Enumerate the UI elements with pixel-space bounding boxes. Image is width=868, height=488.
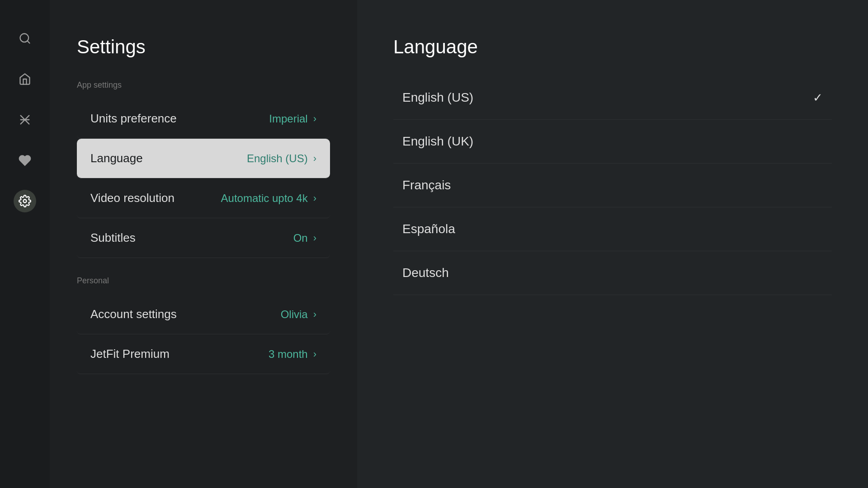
language-francais[interactable]: Français (393, 164, 832, 207)
language-chevron: › (313, 153, 316, 164)
language-label: Language (90, 151, 143, 165)
jetfit-premium-chevron: › (313, 348, 316, 360)
sidebar (0, 0, 50, 488)
language-item[interactable]: Language English (US) › (77, 139, 330, 178)
account-settings-right: Olivia › (281, 308, 316, 321)
subtitles-label: Subtitles (90, 231, 136, 245)
personal-label: Personal (77, 276, 330, 286)
account-settings-item[interactable]: Account settings Olivia › (77, 295, 330, 334)
language-english-us-label: English (US) (402, 90, 473, 105)
app-settings-label: App settings (77, 80, 330, 90)
language-list: English (US) ✓ English (UK) Français Esp… (393, 76, 832, 295)
home-icon[interactable] (14, 68, 36, 90)
language-english-uk-label: English (UK) (402, 134, 473, 149)
video-resolution-chevron: › (313, 192, 316, 204)
language-right: English (US) › (247, 152, 316, 165)
language-francais-label: Français (402, 178, 451, 192)
personal-section: Personal Account settings Olivia › JetFi… (77, 276, 330, 374)
language-english-us[interactable]: English (US) ✓ (393, 76, 832, 120)
account-settings-value: Olivia (281, 308, 308, 321)
language-espanola-label: Española (402, 222, 455, 236)
language-value: English (US) (247, 152, 308, 165)
language-panel: Language English (US) ✓ English (UK) Fra… (357, 0, 868, 488)
video-resolution-label: Video resolution (90, 191, 175, 205)
video-resolution-right: Automatic upto 4k › (221, 192, 316, 205)
language-deutsch[interactable]: Deutsch (393, 251, 832, 295)
subtitles-chevron: › (313, 232, 316, 244)
tools-icon[interactable] (14, 108, 36, 131)
search-icon[interactable] (14, 27, 36, 50)
jetfit-premium-label: JetFit Premium (90, 347, 170, 361)
svg-line-1 (27, 41, 29, 43)
settings-panel: Settings App settings Units preference I… (50, 0, 357, 488)
svg-point-5 (24, 200, 27, 203)
language-deutsch-label: Deutsch (402, 266, 449, 280)
account-settings-label: Account settings (90, 307, 177, 321)
heart-icon[interactable] (14, 149, 36, 172)
page-title: Settings (77, 36, 330, 58)
units-preference-chevron: › (313, 113, 316, 125)
settings-icon[interactable] (14, 190, 36, 212)
jetfit-premium-item[interactable]: JetFit Premium 3 month › (77, 334, 330, 374)
subtitles-right: On › (293, 232, 316, 244)
language-espanola[interactable]: Española (393, 207, 832, 251)
subtitles-value: On (293, 232, 308, 244)
units-preference-label: Units preference (90, 112, 177, 126)
jetfit-premium-right: 3 month › (269, 348, 316, 361)
subtitles-item[interactable]: Subtitles On › (77, 218, 330, 258)
personal-settings-list: Account settings Olivia › JetFit Premium… (77, 295, 330, 374)
video-resolution-value: Automatic upto 4k (221, 192, 308, 205)
language-english-us-checkmark: ✓ (813, 91, 823, 105)
app-settings-list: Units preference Imperial › Language Eng… (77, 99, 330, 258)
units-preference-item[interactable]: Units preference Imperial › (77, 99, 330, 139)
jetfit-premium-value: 3 month (269, 348, 308, 361)
account-settings-chevron: › (313, 309, 316, 320)
language-panel-title: Language (393, 36, 832, 58)
units-preference-right: Imperial › (269, 113, 316, 125)
units-preference-value: Imperial (269, 113, 307, 125)
language-english-uk[interactable]: English (UK) (393, 120, 832, 164)
video-resolution-item[interactable]: Video resolution Automatic upto 4k › (77, 178, 330, 218)
